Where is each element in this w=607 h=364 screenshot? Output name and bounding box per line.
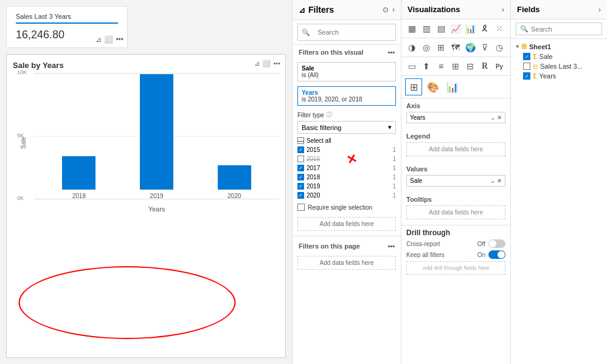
bar-label-2019: 2019	[150, 193, 163, 199]
fields-search-box[interactable]: 🔍	[516, 22, 602, 35]
checkbox-2020[interactable]: ✓	[297, 192, 304, 199]
viz-format-icon[interactable]: 🎨	[425, 78, 442, 95]
filter-option-2015[interactable]: ✓ 2015 1	[297, 145, 396, 154]
viz-icon-line[interactable]: 📈	[449, 22, 462, 35]
filter-years-item[interactable]: Years is 2019, 2020, or 2018	[297, 86, 396, 106]
viz-icon-slicer[interactable]: ≡	[434, 60, 448, 73]
fields-search-input[interactable]	[531, 26, 598, 33]
filters-header-icons: ⊙ ›	[383, 5, 395, 14]
viz-axis-field[interactable]: Years ⌄ ✕	[406, 112, 505, 123]
viz-tooltips-section: Tooltips Add data fields here	[401, 192, 510, 225]
filter-option-2017[interactable]: ✓ 2017 1	[297, 163, 396, 173]
cross-report-value: Off	[477, 241, 485, 247]
filter-option-2018[interactable]: ✓ 2018 1	[297, 173, 396, 182]
filters-search-input[interactable]	[313, 26, 392, 38]
viz-icon-map[interactable]: 🗺	[449, 41, 462, 54]
info-icon[interactable]: ⓘ	[326, 111, 332, 119]
viz-icon-clustered-bar[interactable]: ▥	[420, 22, 433, 35]
fields-header: Fields ›	[511, 0, 607, 19]
viz-build-icon[interactable]: ⊞	[405, 78, 422, 95]
fields-sales-last3-label: Sales Last 3...	[540, 63, 583, 70]
viz-icon-pie[interactable]: ◑	[405, 41, 418, 54]
viz-analytics-icon[interactable]: 📊	[444, 78, 461, 95]
viz-icon-stacked-bar[interactable]: ▦	[405, 22, 418, 35]
filters-hide-icon[interactable]: ⊙	[383, 5, 389, 14]
keep-filters-row: Keep all filters On	[406, 250, 505, 259]
years-checkbox[interactable]: ✓	[523, 72, 530, 80]
viz-icon-treemap[interactable]: ⊞	[434, 41, 448, 54]
filters-visual-more[interactable]: •••	[387, 49, 395, 56]
expand-icon[interactable]: ⬜	[104, 35, 113, 44]
viz-icon-card[interactable]: ▭	[405, 60, 418, 73]
x-axis-label: Years	[34, 205, 279, 213]
viz-icon-scatter[interactable]: ⁙	[493, 22, 506, 35]
fields-item-years[interactable]: ✓ Σ Years	[513, 71, 605, 81]
cross-report-toggle-switch[interactable]	[488, 239, 505, 248]
filter-option-2016[interactable]: 2016 1 ✕	[297, 154, 396, 163]
filters-search-box[interactable]: 🔍	[297, 24, 396, 41]
viz-values-expand-icon[interactable]: ⌄	[490, 177, 495, 184]
viz-icon-python[interactable]: Py	[493, 60, 506, 73]
checkbox-2017[interactable]: ✓	[297, 165, 304, 171]
select-all-checkbox[interactable]: —	[297, 137, 304, 144]
filter-icon[interactable]: ⊿	[254, 60, 260, 67]
viz-values-title: Values	[406, 165, 505, 173]
checkbox-2015[interactable]: ✓	[297, 146, 304, 153]
viz-icon-filled-map[interactable]: 🌍	[463, 41, 477, 54]
more-icon[interactable]: •••	[273, 60, 280, 67]
viz-axis-remove-icon[interactable]: ✕	[497, 114, 502, 121]
viz-legend-placeholder: Add data fields here	[406, 142, 505, 156]
sales-last3-checkbox[interactable]	[523, 63, 530, 70]
filters-expand-icon[interactable]: ›	[392, 5, 395, 14]
viz-icon-kpi[interactable]: ⬆	[420, 60, 433, 73]
viz-icon-table[interactable]: ⊞	[449, 60, 462, 73]
viz-values-field[interactable]: Sale ⌄ ✕	[406, 175, 505, 187]
add-fields-page-button[interactable]: Add data fields here	[297, 256, 396, 270]
fields-table-header[interactable]: ▾ ⊞ Sheet1	[513, 41, 605, 52]
more-icon[interactable]: •••	[116, 35, 123, 44]
filter-sale-item[interactable]: Sale is (All)	[297, 62, 396, 81]
fields-expand-icon[interactable]: ›	[598, 5, 601, 14]
bar-group-2020: 2020	[218, 165, 251, 199]
add-fields-button[interactable]: Add data fields here	[297, 217, 396, 231]
keep-filters-toggle[interactable]: On	[477, 250, 505, 259]
viz-icon-donut[interactable]: ◎	[420, 41, 433, 54]
viz-icon-r[interactable]: R	[478, 60, 491, 73]
filter-option-select-all[interactable]: — Select all	[297, 136, 396, 145]
fields-table-name: Sheet1	[529, 43, 551, 50]
checkbox-2019[interactable]: ✓	[297, 183, 304, 190]
checkbox-2018[interactable]: ✓	[297, 174, 304, 180]
y-label-5k: 5K	[17, 132, 24, 139]
checkbox-2016[interactable]	[297, 156, 304, 162]
keep-filters-value: On	[477, 252, 485, 258]
cross-report-toggle[interactable]: Off	[477, 239, 505, 248]
keep-filters-toggle-switch[interactable]	[488, 250, 505, 259]
bar-group-2018: 2018	[62, 156, 95, 199]
filters-page-more[interactable]: •••	[387, 242, 395, 250]
kpi-title: Sales Last 3 Years	[16, 13, 118, 24]
filters-header: ⊿ Filters ⊙ ›	[293, 0, 401, 20]
viz-icon-funnel[interactable]: ⊽	[478, 41, 491, 54]
viz-icon-gauge[interactable]: ◷	[493, 41, 506, 54]
viz-icon-100pct-bar[interactable]: ▤	[434, 22, 448, 35]
filter-type-select[interactable]: Basic filtering ▾	[297, 121, 396, 134]
viz-values-remove-icon[interactable]: ✕	[497, 177, 502, 184]
sale-checkbox[interactable]: ✓	[523, 53, 530, 60]
viz-axis-expand-icon[interactable]: ⌄	[490, 114, 495, 121]
filter-icon[interactable]: ⊿	[95, 35, 102, 44]
chart-icons: ⊿ ⬜ •••	[254, 60, 280, 67]
chart-title: Sale by Years	[13, 61, 279, 70]
filter-option-2019[interactable]: ✓ 2019 1	[297, 182, 396, 191]
fields-table-icon: ⊞	[521, 43, 527, 50]
fields-title: Fields	[517, 5, 540, 14]
require-single-checkbox[interactable]	[297, 204, 305, 211]
kpi-icons: ⊿ ⬜ •••	[95, 35, 123, 44]
viz-icon-matrix[interactable]: ⊟	[463, 60, 477, 73]
viz-icon-area[interactable]: 📊	[463, 22, 477, 35]
expand-icon[interactable]: ⬜	[262, 60, 271, 67]
viz-expand-icon[interactable]: ›	[502, 5, 504, 14]
fields-item-sales-last3[interactable]: ⊟ Sales Last 3...	[513, 61, 605, 71]
filter-option-2020[interactable]: ✓ 2020 1	[297, 191, 396, 200]
fields-item-sale[interactable]: ✓ Σ Sale	[513, 52, 605, 61]
viz-icon-ribbon[interactable]: 🎗	[478, 22, 491, 35]
